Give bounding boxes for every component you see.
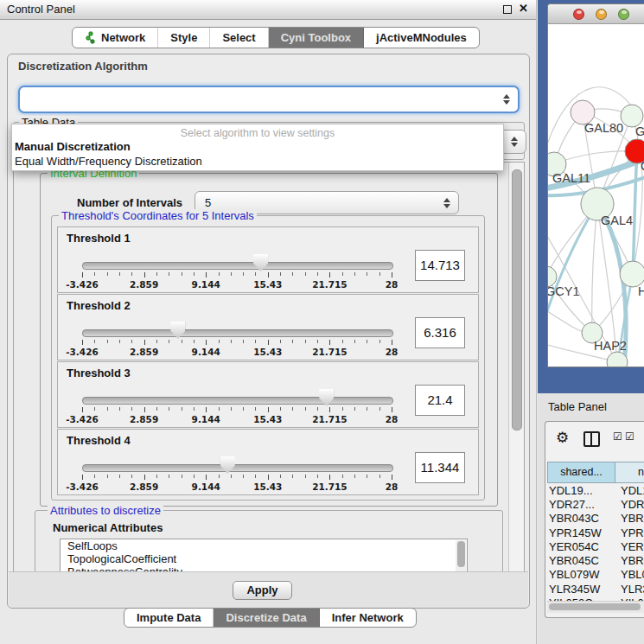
threshold-panel-2: Threshold 2 6.316 -3.4262.8599.14415.432… <box>57 294 479 360</box>
table-row[interactable]: YDL19... YDL1 <box>547 483 644 497</box>
table-row[interactable]: YER054C YER0 <box>547 539 644 553</box>
tick-mark <box>206 272 207 277</box>
tick-mark <box>305 272 306 276</box>
slider-track[interactable] <box>82 329 393 337</box>
tick-mark <box>82 340 83 345</box>
tick-mark <box>94 272 95 276</box>
table-row[interactable]: YLR345W YLR3 <box>547 582 644 596</box>
tick-mark <box>379 272 380 276</box>
threshold-label: Threshold 1 <box>67 232 131 245</box>
bottom-tab-discretize-data[interactable]: Discretize Data <box>214 609 319 627</box>
network-edge[interactable] <box>554 151 637 164</box>
attribute-item[interactable]: TopologicalCoefficient <box>61 552 467 565</box>
node-h[interactable] <box>620 261 644 287</box>
axis-label: 28 <box>386 414 399 424</box>
axis-label: 15.43 <box>253 347 282 357</box>
apply-button-strip: Apply <box>9 571 528 608</box>
dropdown-options: Manual DiscretizationEqual Width/Frequen… <box>12 139 503 169</box>
threshold-value-field[interactable]: 6.316 <box>415 317 465 348</box>
tick-mark <box>280 340 281 343</box>
network-edge[interactable] <box>592 204 597 333</box>
gear-icon[interactable]: ⚙ <box>556 429 569 446</box>
zoom-traffic-light-icon[interactable] <box>618 9 629 20</box>
scrollbar-thumb[interactable] <box>457 541 465 567</box>
tick-mark <box>169 272 169 276</box>
tick-mark <box>392 407 392 412</box>
interval-definition-group: Interval Definition Number of Intervals … <box>40 173 498 507</box>
scrollbar-thumb[interactable] <box>549 603 641 610</box>
table-rows: YDL19... YDL1 YDR27... YDR2 YBR043C YBR0… <box>547 483 644 601</box>
tab-jactivemnodules[interactable]: jActiveMNodules <box>364 28 479 48</box>
apply-button[interactable]: Apply <box>233 581 292 600</box>
table-row[interactable]: YPR145W YPR1 <box>547 526 644 539</box>
tick-mark <box>156 340 157 343</box>
axis-label: -3.426 <box>66 347 99 357</box>
cell-shared-name: YPR145W <box>547 526 616 539</box>
table-row[interactable]: YBR043C YBR0 <box>547 512 644 526</box>
bottom-tab-infer-network[interactable]: Infer Network <box>320 609 416 627</box>
control-panel-titlebar: Control Panel ✕ <box>0 0 536 20</box>
attributes-scrollbar[interactable] <box>456 540 466 575</box>
tick-mark <box>354 272 355 276</box>
scrollbar-thumb[interactable] <box>512 169 522 430</box>
slider-track[interactable] <box>82 262 393 270</box>
cell-shared-name: YER054C <box>547 540 616 553</box>
table-row[interactable]: YDR27... YDR2 <box>547 497 644 511</box>
network-view-window: GAL80GACGAL11GAL4GCY1HHAP2 <box>538 0 644 394</box>
threshold-value-field[interactable]: 21.4 <box>415 385 465 416</box>
close-icon[interactable]: ✕ <box>519 2 528 15</box>
table-row[interactable]: YBR045C YBR0 <box>547 553 644 567</box>
tick-mark <box>392 272 392 277</box>
tick-mark <box>182 272 182 276</box>
tab-style[interactable]: Style <box>158 28 210 48</box>
tab-label: Discretize Data <box>226 611 306 624</box>
tab-select[interactable]: Select <box>210 28 268 48</box>
tab-cyni-toolbox[interactable]: Cyni Toolbox <box>269 28 364 48</box>
close-traffic-light-icon[interactable] <box>573 9 584 20</box>
network-canvas[interactable]: GAL80GACGAL11GAL4GCY1HHAP2 <box>548 24 644 367</box>
table-hscrollbar[interactable] <box>547 601 644 613</box>
column-header-shared-name[interactable]: shared... <box>547 462 615 483</box>
column-header-name[interactable]: na <box>615 462 644 483</box>
algorithm-option[interactable]: Manual Discretization <box>12 139 503 154</box>
tick-mark <box>144 272 145 277</box>
select-columns-icon[interactable]: ☑ <box>625 430 634 443</box>
algorithm-combobox[interactable] <box>18 86 520 113</box>
algorithm-option[interactable]: Equal Width/Frequency Discretization <box>12 154 503 169</box>
tick-mark <box>317 475 318 478</box>
threshold-value-field[interactable]: 14.713 <box>415 250 465 281</box>
tick-mark <box>82 272 83 277</box>
attribute-item[interactable]: SelfLoops <box>61 539 467 552</box>
tick-mark <box>354 407 355 411</box>
threshold-panel-4: Threshold 4 11.344 -3.4262.8599.14415.43… <box>57 429 479 495</box>
tick-mark <box>219 340 220 343</box>
tab-label: Style <box>170 31 197 44</box>
network-edge[interactable] <box>633 151 637 274</box>
float-window-icon[interactable] <box>503 5 512 14</box>
split-view-icon[interactable] <box>583 431 600 447</box>
bottom-tab-impute-data[interactable]: Impute Data <box>124 609 214 627</box>
slider-track[interactable] <box>82 464 393 472</box>
network-window-titlebar[interactable] <box>548 4 644 24</box>
table-row[interactable]: YBL079W YBL0 <box>547 568 644 582</box>
tab-network[interactable]: Network <box>73 28 158 48</box>
axis-label: 2.859 <box>130 279 158 290</box>
minimize-traffic-light-icon[interactable] <box>596 9 607 20</box>
threshold-value-field[interactable]: 11.344 <box>415 452 465 483</box>
network-edge[interactable] <box>548 204 597 318</box>
axis-label: 2.859 <box>130 414 158 424</box>
axis-label: 21.715 <box>312 347 348 357</box>
tick-mark <box>305 340 306 343</box>
tick-mark <box>169 340 169 343</box>
tick-mark <box>131 340 132 343</box>
tick-mark <box>367 340 367 343</box>
attributes-listbox[interactable]: SelfLoopsTopologicalCoefficientBetweenne… <box>60 539 468 575</box>
tick-mark <box>379 340 380 343</box>
tick-mark <box>342 272 343 276</box>
slider-track[interactable] <box>82 397 393 405</box>
tick-mark <box>156 407 157 411</box>
select-columns-icon[interactable]: ☑ <box>613 430 622 443</box>
tick-mark <box>292 272 293 276</box>
control-panel: Control Panel ✕ Network Style Select Cyn… <box>0 0 537 644</box>
panel-scrollbar[interactable] <box>508 163 524 572</box>
